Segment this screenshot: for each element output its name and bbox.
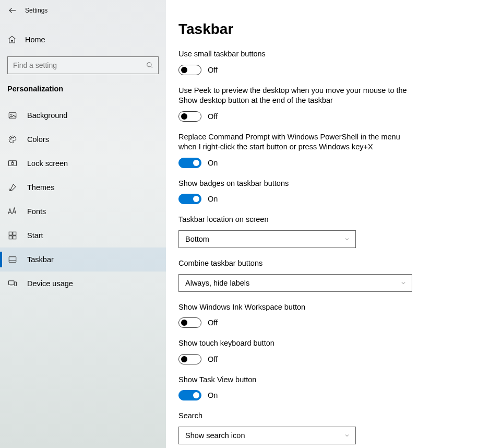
- nav-item-label: Taskbar: [27, 255, 54, 264]
- back-arrow-icon: [8, 6, 17, 15]
- svg-rect-13: [13, 232, 16, 235]
- setting-search-mode: Search Show search icon: [178, 411, 419, 444]
- setting-ink: Show Windows Ink Workspace button Off: [178, 302, 419, 328]
- svg-rect-14: [9, 236, 12, 239]
- nav-item-label: Start: [27, 231, 43, 240]
- svg-point-7: [13, 137, 14, 138]
- setting-label: Show badges on taskbar buttons: [178, 179, 419, 189]
- search-input[interactable]: [7, 56, 159, 74]
- toggle-task-view[interactable]: [178, 390, 201, 400]
- nav-item-deviceusage[interactable]: Device usage: [0, 272, 166, 296]
- nav-item-fonts[interactable]: Fonts: [0, 199, 166, 223]
- setting-label: Taskbar location on screen: [178, 215, 419, 225]
- nav-item-lockscreen[interactable]: Lock screen: [0, 151, 166, 175]
- taskbar-icon: [8, 255, 17, 264]
- setting-combine: Combine taskbar buttons Always, hide lab…: [178, 258, 419, 292]
- select-combine[interactable]: Always, hide labels: [178, 274, 412, 292]
- nav-item-background[interactable]: Background: [0, 103, 166, 127]
- fonts-icon: [7, 207, 18, 216]
- setting-badges: Show badges on taskbar buttons On: [178, 179, 419, 205]
- toggle-state: Off: [208, 66, 218, 74]
- toggle-ink[interactable]: [178, 317, 201, 328]
- setting-task-view: Show Task View button On: [178, 375, 419, 401]
- select-value: Always, hide labels: [185, 279, 249, 287]
- setting-powershell: Replace Command Prompt with Windows Powe…: [178, 132, 419, 168]
- svg-point-4: [11, 114, 12, 115]
- nav-list: Background Colors Lock screen Themes Fon…: [0, 103, 166, 296]
- home-icon: [7, 35, 17, 44]
- nav-home-label: Home: [25, 36, 45, 44]
- svg-point-6: [11, 137, 13, 138]
- back-button[interactable]: [3, 1, 22, 20]
- svg-rect-18: [9, 281, 15, 285]
- toggle-small-buttons[interactable]: [178, 65, 201, 75]
- setting-touch-keyboard: Show touch keyboard button Off: [178, 338, 419, 364]
- nav-item-label: Themes: [27, 183, 54, 192]
- toggle-badges[interactable]: [178, 194, 201, 204]
- nav-item-start[interactable]: Start: [0, 223, 166, 247]
- nav-item-themes[interactable]: Themes: [0, 175, 166, 199]
- picture-icon: [8, 111, 17, 120]
- toggle-state: On: [208, 195, 218, 203]
- setting-peek: Use Peek to preview the desktop when you…: [178, 86, 419, 122]
- section-header: Personalization: [0, 85, 166, 93]
- svg-rect-19: [15, 282, 17, 286]
- titlebar: Settings: [0, 0, 166, 21]
- nav-home[interactable]: Home: [0, 28, 166, 51]
- toggle-peek[interactable]: [178, 111, 201, 122]
- toggle-state: Off: [208, 355, 218, 363]
- nav-item-taskbar[interactable]: Taskbar: [0, 247, 166, 272]
- select-search-mode[interactable]: Show search icon: [178, 427, 356, 444]
- chevron-down-icon: [400, 280, 407, 286]
- app-title: Settings: [25, 7, 47, 14]
- nav-item-label: Fonts: [27, 207, 46, 216]
- brush-icon: [8, 183, 17, 192]
- device-usage-icon: [8, 279, 17, 288]
- nav-item-label: Device usage: [27, 279, 73, 288]
- chevron-down-icon: [344, 432, 350, 439]
- svg-rect-15: [13, 236, 16, 239]
- setting-label: Search: [178, 411, 419, 421]
- setting-label: Use small taskbar buttons: [178, 49, 419, 60]
- lockscreen-icon: [8, 159, 17, 168]
- svg-rect-12: [9, 232, 12, 235]
- setting-label: Show Task View button: [178, 375, 419, 385]
- setting-label: Show Windows Ink Workspace button: [178, 302, 419, 313]
- nav-item-label: Background: [27, 111, 67, 120]
- toggle-powershell[interactable]: [178, 158, 201, 168]
- search-container: [0, 56, 166, 74]
- toggle-state: On: [208, 159, 218, 167]
- palette-icon: [8, 135, 17, 144]
- nav-item-label: Colors: [27, 135, 49, 144]
- toggle-touch-keyboard[interactable]: [178, 354, 201, 364]
- start-icon: [8, 231, 17, 240]
- select-location[interactable]: Bottom: [178, 230, 356, 248]
- setting-label: Combine taskbar buttons: [178, 258, 419, 269]
- nav-item-colors[interactable]: Colors: [0, 127, 166, 151]
- setting-label: Show touch keyboard button: [178, 338, 419, 349]
- main-content: Taskbar Use small taskbar buttons Off Us…: [166, 0, 490, 448]
- setting-label: Use Peek to preview the desktop when you…: [178, 86, 419, 106]
- chevron-down-icon: [344, 236, 350, 242]
- page-title: Taskbar: [178, 21, 474, 38]
- svg-rect-16: [9, 257, 16, 263]
- select-value: Bottom: [185, 235, 209, 243]
- toggle-state: On: [208, 391, 218, 399]
- setting-label: Replace Command Prompt with Windows Powe…: [178, 132, 419, 152]
- svg-point-5: [10, 139, 11, 140]
- nav-item-label: Lock screen: [27, 159, 68, 168]
- select-value: Show search icon: [185, 431, 245, 440]
- toggle-state: Off: [208, 319, 218, 327]
- toggle-state: Off: [208, 112, 218, 121]
- setting-small-buttons: Use small taskbar buttons Off: [178, 49, 419, 75]
- svg-rect-9: [11, 163, 14, 164]
- setting-location: Taskbar location on screen Bottom: [178, 215, 419, 248]
- sidebar: Settings Home Personalization Background…: [0, 0, 166, 448]
